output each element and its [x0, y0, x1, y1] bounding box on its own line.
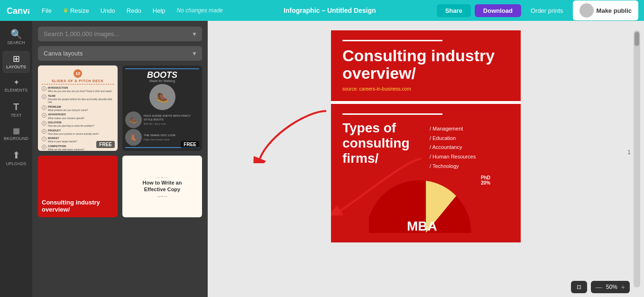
scrollbar[interactable]	[634, 30, 640, 288]
search-dropdown-icon: ▼	[192, 31, 197, 37]
design-title: Infographic – Untitled Design	[284, 7, 376, 14]
template-card-boots[interactable]: BOOTS Made for Walking 🥾 🥾 FAUX SUEDE KN…	[122, 65, 202, 151]
infographic-main-title: Consulting industry overview/	[342, 47, 509, 83]
white-line-top	[342, 40, 442, 41]
boots-header: BOOTS Made for Walking	[147, 71, 177, 83]
scrollbar-thumb	[635, 32, 639, 46]
consulting-thumb-title: Consulting industry overview/	[42, 199, 114, 213]
boots-desc1: FAUX SUEDE KNOTS WITH FANCY STYLE BOOTS$…	[144, 114, 199, 126]
panel: ▼ Canva layouts ▼ 10 SLIDES OF A PITCH D…	[32, 21, 208, 297]
present-button[interactable]: ⊡	[571, 281, 587, 293]
types-text: Types of consulting firms/	[342, 121, 422, 167]
nav-center: Infographic – Untitled Design	[227, 7, 433, 14]
infographic-section2: Types of consulting firms/ / Management …	[331, 104, 521, 242]
download-button[interactable]: Download	[475, 4, 521, 17]
template-card-effective-copy[interactable]: — • — How to Write anEffective Copy — • …	[122, 156, 202, 217]
zoom-in-button[interactable]: +	[621, 283, 625, 291]
copy-card-content: — • — How to Write anEffective Copy — • …	[122, 156, 202, 217]
red-arrow-1	[246, 106, 331, 163]
boots-subtitle: Made for Walking	[147, 79, 177, 83]
pie-chart-svg: MBA	[369, 171, 483, 233]
nav-help[interactable]: Help	[149, 5, 169, 16]
boots-stripe-top	[125, 68, 199, 69]
page-number: 1	[627, 149, 631, 156]
make-public-button[interactable]: Make public	[573, 0, 638, 20]
share-button[interactable]: Share	[437, 4, 471, 17]
sidebar-item-uploads[interactable]: ⬆ UPLOADS	[2, 147, 30, 170]
pie-chart-area: PhD 20% MBA	[342, 171, 509, 233]
upload-icon: ⬆	[12, 150, 20, 160]
types-list: / Management / Education / Accountancy /…	[430, 121, 509, 171]
nav-file[interactable]: File	[38, 5, 55, 16]
zoom-out-button[interactable]: —	[596, 283, 602, 291]
elements-icon: ✦	[13, 79, 19, 86]
consulting-thumb-content: Consulting industry overview/	[38, 156, 118, 217]
zoom-controls: — 50% +	[591, 281, 630, 293]
background-icon: ▦	[13, 127, 20, 135]
nav-resize[interactable]: ♛ Resize	[59, 5, 93, 16]
list-item: 3 PROBLEMWhat problem are you trying to …	[42, 105, 114, 112]
svg-text:Canva: Canva	[7, 6, 29, 16]
boots-card-content: BOOTS Made for Walking 🥾 🥾 FAUX SUEDE KN…	[122, 65, 202, 151]
boots-row1: 🥾 FAUX SUEDE KNOTS WITH FANCY STYLE BOOT…	[125, 111, 199, 128]
canva-logo[interactable]: Canva	[6, 4, 30, 17]
template-card-pitch-deck[interactable]: 10 SLIDES OF A PITCH DECK 1 INTRODUCTION…	[38, 65, 118, 151]
sidebar-item-bkground[interactable]: ▦ BKGROUND	[2, 123, 30, 145]
sidebar-item-elements[interactable]: ✦ ELEMENTS	[2, 75, 30, 96]
template-grid: 10 SLIDES OF A PITCH DECK 1 INTRODUCTION…	[38, 65, 202, 217]
section2-inner: Types of consulting firms/ / Management …	[342, 121, 509, 171]
sidebar-item-layouts[interactable]: ⊞ LAYOUTS	[2, 51, 30, 73]
canvas-area[interactable]: Consulting industry overview/ source: ca…	[208, 21, 644, 297]
list-item: / Education	[430, 134, 509, 143]
free-badge: FREE	[96, 141, 115, 148]
phd-label: PhD 20%	[481, 175, 490, 186]
list-item: / Management	[430, 124, 509, 134]
list-item: / Accountancy	[430, 143, 509, 152]
search-icon: 🔍	[10, 29, 22, 39]
pitch-number-badge: 10	[74, 69, 82, 78]
types-list-items: / Management / Education / Accountancy /…	[430, 124, 509, 171]
template-card-consulting[interactable]: Consulting industry overview/	[38, 156, 118, 217]
top-nav: Canva File ♛ Resize Undo Redo Help No ch…	[0, 0, 644, 21]
nav-redo[interactable]: Redo	[123, 5, 145, 16]
boots-free-badge: FREE	[181, 141, 199, 148]
white-line-section2	[342, 113, 442, 115]
crown-icon: ♛	[63, 7, 68, 14]
boots-image-circle: 🥾	[149, 84, 175, 110]
design-canvas: Consulting industry overview/ source: ca…	[331, 30, 521, 242]
sidebar-item-search[interactable]: 🔍 SEARCH	[2, 26, 30, 49]
copy-card-title: How to Write anEffective Copy	[143, 179, 182, 193]
search-input[interactable]	[38, 27, 202, 41]
layouts-icon: ⊞	[13, 55, 20, 63]
types-title: Types of consulting firms/	[342, 121, 422, 167]
list-item: 4 ADVANTAGESWhat makes your solution spe…	[42, 113, 114, 120]
boots-thumb1: 🥾	[125, 111, 142, 128]
nav-right: Share Download Order prints Make public	[437, 0, 638, 20]
text-icon: T	[13, 102, 19, 111]
copy-card-subtitle: — • —	[157, 195, 167, 198]
infographic-source: source: careers-in-business.com	[342, 86, 509, 92]
list-item: 6 PRODUCTHow does your product or servic…	[42, 129, 114, 136]
boots-desc2: THE SNAKE DOC LOOKHigh rise brown lace	[144, 133, 175, 141]
pitch-deck-title: SLIDES OF A PITCH DECK	[42, 79, 114, 84]
bottom-bar: ⊡ — 50% +	[571, 281, 630, 293]
pitch-card-header: 10 SLIDES OF A PITCH DECK	[42, 69, 114, 84]
svg-text:MBA: MBA	[407, 219, 437, 233]
list-item: / Human Resources	[430, 152, 509, 162]
nav-undo[interactable]: Undo	[97, 5, 119, 16]
main-area: 🔍 SEARCH ⊞ LAYOUTS ✦ ELEMENTS T TEXT ▦ B…	[0, 21, 644, 297]
present-icon: ⊡	[577, 284, 581, 290]
boots-thumb2: 👢	[125, 129, 142, 146]
list-item: 1 INTRODUCTIONWho are you and why are yo…	[42, 86, 114, 93]
layouts-dropdown-wrapper: Canva layouts ▼	[38, 46, 202, 61]
avatar	[580, 3, 594, 18]
order-prints-button[interactable]: Order prints	[525, 4, 569, 17]
sidebar-item-text[interactable]: T TEXT	[2, 98, 30, 121]
list-item: 2 TEAMDescribe the people behind the ide…	[42, 94, 114, 104]
infographic-section1: Consulting industry overview/ source: ca…	[331, 30, 521, 101]
list-item: 5 SOLUTIONHow are you planning to solve …	[42, 121, 114, 128]
copy-card-header-line: — • —	[156, 175, 167, 179]
layouts-dropdown[interactable]: Canva layouts	[38, 46, 202, 61]
list-item: / Technology	[430, 162, 509, 171]
zoom-value: 50%	[606, 284, 617, 290]
